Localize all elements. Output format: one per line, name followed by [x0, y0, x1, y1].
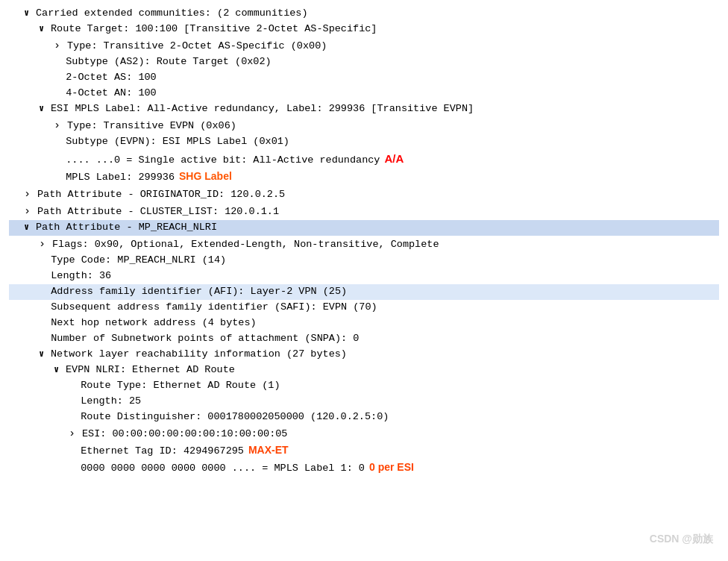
tree-arrow[interactable]: › — [24, 203, 37, 220]
line-text: 4-Octet AN: 100 — [66, 86, 157, 101]
tree-line-l9[interactable]: Subtype (EVPN): ESI MPLS Label (0x01) — [9, 134, 719, 150]
tree-line-l8[interactable]: › Type: Transitive EVPN (0x06) — [9, 117, 719, 134]
tree-arrow[interactable]: ∨ — [39, 102, 51, 116]
line-text: Flags: 0x90, Optional, Extended-Length, … — [52, 237, 439, 253]
tree-arrow[interactable] — [54, 153, 66, 169]
line-text: Path Attribute - ORIGINATOR_ID: 120.0.2.… — [37, 187, 285, 203]
tree-arrow[interactable]: › — [39, 236, 52, 253]
line-text: Network layer reachability information (… — [51, 347, 347, 363]
tree-arrow[interactable] — [54, 54, 66, 70]
main-container: ∨ Carried extended communities: (2 commu… — [0, 0, 728, 483]
line-text: 0000 0000 0000 0000 0000 .... = MPLS Lab… — [81, 461, 365, 477]
tree-arrow[interactable] — [39, 284, 51, 300]
tree-line-l19[interactable]: Subsequent address family identifier (SA… — [9, 300, 719, 316]
tree-arrow[interactable] — [39, 331, 51, 347]
tree-arrow[interactable] — [54, 86, 66, 101]
tree-arrow[interactable]: › — [69, 425, 82, 442]
line-text: Route Target: 100:100 [Transitive 2-Octe… — [51, 22, 377, 37]
tree-arrow[interactable] — [69, 394, 81, 410]
tree-arrow[interactable] — [39, 253, 51, 269]
tree-line-l4[interactable]: Subtype (AS2): Route Target (0x02) — [9, 54, 719, 70]
tree-arrow[interactable] — [39, 269, 51, 284]
line-text: Type Code: MP_REACH_NLRI (14) — [51, 253, 226, 269]
line-text: MPLS Label: 299936 — [66, 170, 175, 186]
tree-line-l22[interactable]: ∨ Network layer reachability information… — [9, 347, 719, 363]
line-text: Address family identifier (AFI): Layer-2… — [51, 284, 347, 300]
line-text: Length: 25 — [81, 394, 141, 410]
line-text: Type: Transitive 2-Octet AS-Specific (0x… — [67, 39, 327, 54]
line-text: Route Type: Ethernet AD Route (1) — [81, 378, 280, 394]
tree-arrow[interactable] — [69, 410, 81, 425]
tree-arrow[interactable]: ∨ — [24, 221, 36, 235]
line-text: Subsequent address family identifier (SA… — [51, 300, 377, 316]
tree-line-l15[interactable]: › Flags: 0x90, Optional, Extended-Length… — [9, 236, 719, 253]
tree-line-l11[interactable]: MPLS Label: 299936SHG Label — [9, 169, 719, 186]
tree-line-l14[interactable]: ∨ Path Attribute - MP_REACH_NLRI — [9, 220, 719, 236]
tree-line-l13[interactable]: › Path Attribute - CLUSTER_LIST: 120.0.1… — [9, 203, 719, 220]
tree-line-l26[interactable]: Route Distinguisher: 0001780002050000 (1… — [9, 410, 719, 425]
tree-line-l16[interactable]: Type Code: MP_REACH_NLRI (14) — [9, 253, 719, 269]
line-text: Subtype (EVPN): ESI MPLS Label (0x01) — [66, 134, 289, 150]
line-text: ESI: 00:00:00:00:00:00:10:00:00:05 — [82, 427, 287, 442]
tree-line-l20[interactable]: Next hop network address (4 bytes) — [9, 316, 719, 331]
annotation-l10: A/A — [384, 150, 404, 167]
line-text: Number of Subnetwork points of attachmen… — [51, 331, 359, 347]
tree-line-l6[interactable]: 4-Octet AN: 100 — [9, 86, 719, 101]
line-text: 2-Octet AS: 100 — [66, 70, 157, 86]
line-text: ESI MPLS Label: All-Active redundancy, L… — [51, 101, 474, 117]
annotation-l28: MAX-ET — [248, 442, 289, 459]
line-text: Path Attribute - MP_REACH_NLRI — [36, 220, 217, 236]
tree-line-l25[interactable]: Length: 25 — [9, 394, 719, 410]
tree-arrow[interactable] — [54, 170, 66, 186]
tree-arrow[interactable] — [39, 300, 51, 316]
line-text: EVPN NLRI: Ethernet AD Route — [66, 363, 235, 378]
tree-arrow[interactable]: › — [54, 37, 67, 54]
tree-arrow[interactable]: › — [24, 186, 37, 203]
tree-line-l12[interactable]: › Path Attribute - ORIGINATOR_ID: 120.0.… — [9, 186, 719, 203]
tree-line-l3[interactable]: › Type: Transitive 2-Octet AS-Specific (… — [9, 37, 719, 54]
line-text: Path Attribute - CLUSTER_LIST: 120.0.1.1 — [37, 204, 279, 220]
tree-line-l27[interactable]: › ESI: 00:00:00:00:00:00:10:00:00:05 — [9, 425, 719, 442]
tree-line-l28[interactable]: Ethernet Tag ID: 4294967295MAX-ET — [9, 442, 719, 460]
line-text: Carried extended communities: (2 communi… — [36, 6, 308, 22]
line-text: Length: 36 — [51, 269, 111, 284]
tree-arrow[interactable] — [69, 378, 81, 394]
line-text: Route Distinguisher: 0001780002050000 (1… — [81, 410, 389, 425]
tree-arrow[interactable] — [69, 444, 81, 460]
tree-arrow[interactable] — [69, 461, 81, 477]
tree-arrow[interactable]: › — [54, 117, 67, 134]
tree-arrow[interactable]: ∨ — [54, 363, 66, 377]
annotation-l11: SHG Label — [179, 169, 232, 185]
tree-line-l18[interactable]: Address family identifier (AFI): Layer-2… — [9, 284, 719, 300]
tree-arrow[interactable]: ∨ — [39, 22, 51, 37]
tree-line-l21[interactable]: Number of Subnetwork points of attachmen… — [9, 331, 719, 347]
annotation-l29: 0 per ESI — [369, 460, 414, 476]
tree-arrow[interactable] — [39, 316, 51, 331]
tree-line-l24[interactable]: Route Type: Ethernet AD Route (1) — [9, 378, 719, 394]
tree-arrow[interactable] — [54, 134, 66, 150]
tree-line-l2[interactable]: ∨ Route Target: 100:100 [Transitive 2-Oc… — [9, 22, 719, 37]
line-text: Type: Transitive EVPN (0x06) — [67, 119, 236, 134]
tree-arrow[interactable]: ∨ — [24, 7, 36, 21]
tree-line-l29[interactable]: 0000 0000 0000 0000 0000 .... = MPLS Lab… — [9, 460, 719, 477]
tree-line-l1[interactable]: ∨ Carried extended communities: (2 commu… — [9, 6, 719, 22]
tree-arrow[interactable] — [54, 70, 66, 86]
line-text: Next hop network address (4 bytes) — [51, 316, 256, 331]
tree-arrow[interactable]: ∨ — [39, 348, 51, 362]
tree-line-l23[interactable]: ∨ EVPN NLRI: Ethernet AD Route — [9, 363, 719, 378]
tree-line-l7[interactable]: ∨ ESI MPLS Label: All-Active redundancy,… — [9, 101, 719, 117]
tree-line-l10[interactable]: .... ...0 = Single active bit: All-Activ… — [9, 150, 719, 169]
line-text: Ethernet Tag ID: 4294967295 — [81, 444, 244, 460]
tree-line-l17[interactable]: Length: 36 — [9, 269, 719, 284]
tree-line-l5[interactable]: 2-Octet AS: 100 — [9, 70, 719, 86]
line-text: .... ...0 = Single active bit: All-Activ… — [66, 153, 380, 169]
line-text: Subtype (AS2): Route Target (0x02) — [66, 54, 271, 70]
